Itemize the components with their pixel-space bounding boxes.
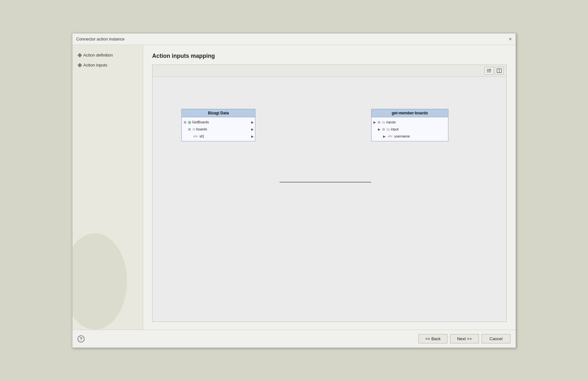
sidebar-item-action-definition[interactable]: Action definition [78,51,138,59]
sidebar-decoration [72,233,127,330]
arrow-right-icon: ▶ [251,120,254,124]
footer: ? << Back Next >> Cancel [72,330,516,348]
table-icon: ▦ [188,120,191,124]
mapping-layout-btn1[interactable] [484,67,493,75]
back-button[interactable]: << Back [418,334,447,343]
next-button[interactable]: Next >> [450,334,479,343]
row-label: username [394,134,410,138]
right-row-input: ▶ ⊟ 🗂 input [372,126,448,133]
left-node-body: ⊞ ▦ GetBoards ▶ ⊞ ⊙ boards ▶ [182,117,255,141]
mapping-toolbar [152,65,506,77]
page-title: Action inputs mapping [152,53,507,59]
mapping-canvas: Bizagi Data ⊞ ▦ GetBoards ▶ ⊞ [152,77,506,322]
right-node: get-member-boards ▶ ⊟ 🗂 inputs [371,109,448,141]
left-node-header: Bizagi Data [182,109,255,117]
expand-icon[interactable]: ⊟ [382,128,385,131]
footer-left: ? [78,335,85,342]
dialog-titlebar: Connector action instance × [72,33,516,45]
row-label: id1 [200,134,205,138]
row-label: input [391,127,399,131]
arrow-left-small: ▶ [373,120,376,124]
footer-right: << Back Next >> Cancel [418,334,510,343]
abc-icon: abc [193,135,198,138]
left-node: Bizagi Data ⊞ ▦ GetBoards ▶ ⊞ [181,109,255,141]
right-row-inputs: ▶ ⊟ 🗂 inputs [372,119,448,126]
expand-icon[interactable]: ⊞ [188,128,191,131]
row-label: boards [196,127,207,131]
row-label: GetBoards [192,120,209,124]
help-button[interactable]: ? [78,335,85,342]
arrow-left-small: ▶ [383,135,386,138]
abc-icon: abc [388,135,393,138]
left-row-id1: abc id1 ▶ [182,133,255,140]
layout-icon-1 [486,68,492,73]
dialog-body: Action definition Action inputs Action i… [72,45,516,330]
main-content: Action inputs mapping [143,45,516,330]
sidebar-item-action-inputs[interactable]: Action inputs [78,61,138,69]
dialog-title: Connector action instance [76,37,124,41]
arrow-right-icon: ▶ [251,135,254,138]
sidebar: Action definition Action inputs [72,45,143,330]
mapping-area: Bizagi Data ⊞ ▦ GetBoards ▶ ⊞ [152,65,507,322]
folder-icon: 🗂 [386,127,390,131]
right-node-body: ▶ ⊟ 🗂 inputs ▶ ⊟ 🗂 input [372,117,448,141]
expand-icon[interactable]: ⊟ [378,120,380,124]
close-button[interactable]: × [509,37,512,42]
sidebar-item-label: Action inputs [83,63,107,67]
left-row-getboards: ⊞ ▦ GetBoards ▶ [182,119,255,126]
left-row-boards: ⊞ ⊙ boards ▶ [182,126,255,133]
connector-dialog: Connector action instance × Action defin… [72,33,516,348]
arrow-right-icon: ▶ [251,128,254,131]
diamond-icon [78,53,82,57]
sidebar-item-label: Action definition [83,53,113,58]
right-row-username: ▶ abc username [372,133,448,140]
expand-icon[interactable]: ⊞ [184,120,186,124]
entity-icon: ⊙ [192,127,195,131]
folder-icon: 🗂 [382,120,385,124]
svg-marker-3 [490,69,491,70]
right-node-header: get-member-boards [372,109,448,117]
diamond-icon [78,63,82,67]
layout-icon-2 [497,68,502,73]
row-label: inputs [386,120,396,124]
arrow-left-small: ▶ [378,128,381,131]
mapping-layout-btn2[interactable] [495,67,504,75]
cancel-button[interactable]: Cancel [482,334,510,343]
